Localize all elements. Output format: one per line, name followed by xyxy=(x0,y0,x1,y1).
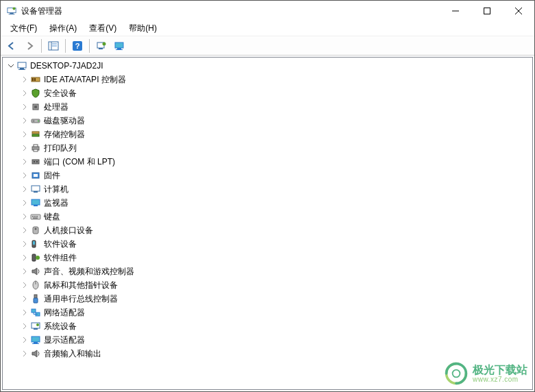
tree-item[interactable]: 端口 (COM 和 LPT) xyxy=(3,155,532,169)
tree-item[interactable]: 软件组件 xyxy=(3,251,532,265)
tree-item[interactable]: 处理器 xyxy=(3,100,532,114)
tree-item[interactable]: 通用串行总线控制器 xyxy=(3,292,532,306)
help-button[interactable]: ? xyxy=(69,38,86,53)
expander-icon[interactable] xyxy=(19,334,30,345)
svg-rect-68 xyxy=(34,342,38,343)
audio-io-icon xyxy=(30,348,41,359)
close-button[interactable] xyxy=(503,1,534,21)
svg-rect-47 xyxy=(34,216,36,217)
monitor-button[interactable] xyxy=(111,38,127,53)
tree-item[interactable]: 鼠标和其他指针设备 xyxy=(3,278,532,292)
tree-item[interactable]: IDE ATA/ATAPI 控制器 xyxy=(3,73,532,86)
expander-icon[interactable] xyxy=(19,225,30,236)
tree-item[interactable]: 网络适配器 xyxy=(3,306,532,319)
tree-item-label: 打印队列 xyxy=(44,143,77,154)
expander-icon[interactable] xyxy=(19,115,30,126)
svg-point-29 xyxy=(38,121,39,122)
tree-item[interactable]: 固件 xyxy=(3,169,532,182)
menu-file[interactable]: 文件(F) xyxy=(5,21,42,36)
svg-rect-34 xyxy=(34,145,38,147)
svg-rect-1 xyxy=(10,13,13,14)
tree-item[interactable]: 人机接口设备 xyxy=(3,223,532,237)
menu-view[interactable]: 查看(V) xyxy=(84,21,122,36)
expander-icon[interactable] xyxy=(19,143,30,154)
tree-item[interactable]: 计算机 xyxy=(3,182,532,196)
expander-icon[interactable] xyxy=(19,266,30,277)
forward-button[interactable] xyxy=(21,38,38,53)
device-tree: DESKTOP-7JAD2JI IDE ATA/ATAPI 控制器安全设备处理器… xyxy=(3,59,532,360)
expander-icon[interactable] xyxy=(19,88,30,99)
expander-icon[interactable] xyxy=(19,170,30,181)
svg-rect-46 xyxy=(32,216,34,217)
expander-icon[interactable] xyxy=(19,101,30,112)
tree-item[interactable]: 打印队列 xyxy=(3,141,532,155)
svg-point-3 xyxy=(12,7,15,10)
maximize-button[interactable] xyxy=(471,1,503,21)
expander-icon[interactable] xyxy=(19,293,30,304)
expander-icon[interactable] xyxy=(19,280,30,291)
tree-item[interactable]: 音频输入和输出 xyxy=(3,347,532,360)
hid-icon xyxy=(30,225,41,236)
tree-item-label: 软件组件 xyxy=(44,252,77,264)
tree-item-label: 监视器 xyxy=(44,197,69,209)
tree-item[interactable]: 声音、视频和游戏控制器 xyxy=(3,265,532,278)
system-icon xyxy=(30,321,41,332)
tree-item-label: 端口 (COM 和 LPT) xyxy=(44,156,115,168)
svg-rect-24 xyxy=(32,78,34,81)
expander-icon[interactable] xyxy=(19,197,30,208)
minimize-button[interactable] xyxy=(440,1,471,21)
toolbar-separator xyxy=(41,39,42,53)
processor-icon xyxy=(30,101,41,112)
tree-item[interactable]: 存储控制器 xyxy=(3,127,532,141)
tree-root[interactable]: DESKTOP-7JAD2JI xyxy=(3,59,532,73)
tree-item-label: 鼠标和其他指针设备 xyxy=(44,280,118,291)
tree-item[interactable]: 磁盘驱动器 xyxy=(3,114,532,127)
expander-icon[interactable] xyxy=(19,74,30,85)
expander-icon[interactable] xyxy=(19,307,30,318)
svg-rect-54 xyxy=(32,254,36,261)
svg-rect-21 xyxy=(20,68,24,69)
tree-item-label: IDE ATA/ATAPI 控制器 xyxy=(44,74,126,86)
back-button[interactable] xyxy=(3,38,20,53)
toolbar: ? xyxy=(1,36,534,56)
expander-icon[interactable] xyxy=(19,252,30,263)
svg-rect-43 xyxy=(32,199,40,205)
expander-icon[interactable] xyxy=(5,60,16,71)
tree-item[interactable]: 系统设备 xyxy=(3,319,532,333)
svg-rect-36 xyxy=(32,160,39,164)
svg-rect-15 xyxy=(99,48,103,49)
tree-item-label: 系统设备 xyxy=(44,321,77,332)
svg-rect-60 xyxy=(32,309,36,313)
expander-icon[interactable] xyxy=(19,211,30,222)
expander-icon[interactable] xyxy=(19,184,30,195)
disk-icon xyxy=(30,115,41,126)
expander-icon[interactable] xyxy=(19,129,30,140)
svg-rect-67 xyxy=(32,336,40,342)
scan-button[interactable] xyxy=(93,38,110,53)
svg-rect-2 xyxy=(9,14,15,14)
tree-item-label: 人机接口设备 xyxy=(44,225,93,236)
computer-icon xyxy=(30,184,41,195)
menu-action[interactable]: 操作(A) xyxy=(44,21,82,36)
menubar: 文件(F) 操作(A) 查看(V) 帮助(H) xyxy=(1,21,534,36)
svg-point-37 xyxy=(34,161,35,162)
svg-rect-5 xyxy=(484,8,490,14)
tree-item[interactable]: 监视器 xyxy=(3,196,532,210)
tree-item-label: 存储控制器 xyxy=(44,129,85,140)
svg-rect-69 xyxy=(32,343,39,344)
expander-icon[interactable] xyxy=(19,348,30,359)
tree-item[interactable]: 显示适配器 xyxy=(3,333,532,347)
menu-help[interactable]: 帮助(H) xyxy=(123,21,162,36)
svg-rect-10 xyxy=(52,43,57,45)
tree-item[interactable]: 软件设备 xyxy=(3,237,532,251)
firmware-icon xyxy=(30,170,41,181)
tree-item[interactable]: 键盘 xyxy=(3,210,532,223)
expander-icon[interactable] xyxy=(19,238,30,249)
expander-icon[interactable] xyxy=(19,321,30,332)
tree-item[interactable]: 安全设备 xyxy=(3,86,532,100)
tree-item-label: 通用串行总线控制器 xyxy=(44,293,118,305)
tree-item-label: 网络适配器 xyxy=(44,307,85,319)
expander-icon[interactable] xyxy=(19,156,30,167)
security-icon xyxy=(30,88,41,99)
show-hide-button[interactable] xyxy=(45,38,62,53)
